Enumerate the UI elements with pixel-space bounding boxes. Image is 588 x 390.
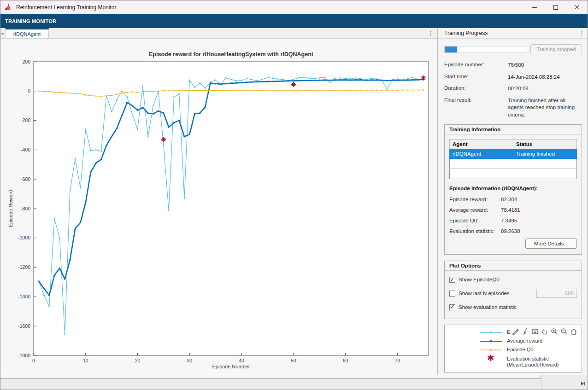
matlab-logo-icon xyxy=(5,4,12,11)
episode-reward-value: 82.304 xyxy=(501,197,577,202)
training-stopped-button[interactable]: Training stopped xyxy=(530,44,582,54)
duration-value: 00:20:08 xyxy=(508,85,582,93)
start-time-label: Start time: xyxy=(444,74,508,81)
option-show-episodeq0: Show EpisodeQ0 xyxy=(449,273,577,286)
svg-text:60: 60 xyxy=(343,358,348,363)
show-evaluation-checkbox[interactable] xyxy=(449,304,455,310)
svg-text:-200: -200 xyxy=(21,117,30,123)
svg-text:50: 50 xyxy=(291,358,296,363)
document-tab-strip: rlDQNAgent ⋮ xyxy=(0,28,437,39)
show-last-n-label: Show last N episodes xyxy=(459,291,510,296)
episode-q0-label: Episode Q0: xyxy=(449,218,501,223)
window-title: Reinforcement Learning Training Monitor xyxy=(16,4,116,11)
agents-table: Agent Status rlDQNAgent Training finishe… xyxy=(449,139,577,179)
episode-q0-value: 7.3495 xyxy=(501,218,577,223)
svg-text:-600: -600 xyxy=(21,176,30,182)
svg-text:-1000: -1000 xyxy=(18,235,30,240)
more-details-button[interactable]: More Details... xyxy=(525,239,577,249)
duration-label: Duration: xyxy=(444,85,508,93)
episode-number-value: 75/500 xyxy=(508,62,582,69)
minimize-icon xyxy=(532,7,537,8)
episode-reward-label: Episode reward: xyxy=(449,197,501,202)
svg-text:30: 30 xyxy=(187,358,192,363)
pan-icon[interactable] xyxy=(541,327,549,336)
agent-cell: rlDQNAgent xyxy=(450,149,513,159)
svg-text:40: 40 xyxy=(239,358,244,363)
tab-label: rlDQNAgent xyxy=(13,31,41,37)
svg-text:-1200: -1200 xyxy=(18,264,30,270)
statusbar-divider xyxy=(541,375,541,390)
episode-information-title: Episode Information (rlDQNAgent): xyxy=(449,186,577,191)
asterisk-marker-icon: ✱ xyxy=(479,356,503,361)
chart-canvas[interactable]: Episode reward for rlHouseHeatingSystem … xyxy=(0,39,437,375)
plot-options-title: Plot Options xyxy=(445,261,582,271)
status-bar xyxy=(0,375,588,390)
average-reward-value: 78.4181 xyxy=(501,207,577,213)
training-information-group: Training Information Agent Status xyxy=(444,124,582,255)
average-reward-label: Average reward: xyxy=(449,207,501,213)
minimize-button[interactable] xyxy=(524,0,545,14)
option-show-last-n: Show last N episodes xyxy=(449,286,577,300)
svg-text:-1400: -1400 xyxy=(18,294,30,299)
panel-menu-icon[interactable]: ⋮ xyxy=(579,28,585,39)
table-row-empty xyxy=(450,169,577,179)
training-progress-panel: Training Progress ⋮ Training stopped Epi… xyxy=(437,28,588,375)
datatips-icon[interactable] xyxy=(531,327,539,336)
app-window: Reinforcement Learning Training Monitor … xyxy=(0,0,588,390)
table-row-rldqnagent[interactable]: rlDQNAgent Training finished xyxy=(450,149,577,159)
show-last-n-checkbox[interactable] xyxy=(449,291,455,297)
show-episodeq0-checkbox[interactable] xyxy=(449,277,455,283)
svg-text:-800: -800 xyxy=(21,206,30,211)
zoom-in-icon[interactable] xyxy=(550,327,559,336)
status-cell: Training finished xyxy=(513,149,577,159)
svg-text:0: 0 xyxy=(28,88,30,93)
axes-toolbar xyxy=(511,327,579,336)
panel-header: Training Progress ⋮ xyxy=(438,28,588,39)
tabstrip-menu-icon[interactable]: ⋮ xyxy=(428,28,434,39)
horizontal-scrollbar[interactable] xyxy=(0,375,541,379)
svg-text:Episode reward for rlHouseHeat: Episode reward for rlHouseHeatingSystem … xyxy=(149,51,314,58)
maximize-icon xyxy=(553,5,558,10)
agents-table-header-status: Status xyxy=(513,140,577,149)
drag-grip-icon[interactable] xyxy=(0,28,6,38)
legend-label-episode-q0: Episode Q0 xyxy=(507,347,533,353)
legend-label-evaluation-statistic: Evaluation statistic (MeanEpisodeReward) xyxy=(507,356,559,368)
last-n-episodes-input[interactable] xyxy=(536,289,577,298)
episode-number-label: Episode number: xyxy=(444,62,508,69)
toolstrip: TRAINING MONITOR xyxy=(0,14,588,28)
maximize-button[interactable] xyxy=(545,0,566,14)
svg-text:-1800: -1800 xyxy=(18,353,30,358)
evaluation-statistic-label: Evaluation statistic: xyxy=(449,228,501,234)
document-area: rlDQNAgent ⋮ Episode reward for rlHouseH… xyxy=(0,28,437,375)
toolstrip-tab-training-monitor[interactable]: TRAINING MONITOR xyxy=(5,18,56,24)
legend-line-episode-q0 xyxy=(479,347,503,353)
svg-text:Episode Number: Episode Number xyxy=(212,364,250,369)
final-result-label: Final result: xyxy=(444,97,508,119)
panel-title: Training Progress xyxy=(444,30,488,36)
zoom-out-icon[interactable] xyxy=(560,327,568,336)
legend-entry-average-reward: Average reward xyxy=(479,337,582,345)
svg-text:0: 0 xyxy=(32,358,35,363)
progress-bar-fill xyxy=(445,47,457,52)
close-icon xyxy=(574,5,580,10)
brush-icon[interactable] xyxy=(521,327,529,336)
reward-chart: Episode reward for rlHouseHeatingSystem … xyxy=(0,39,437,375)
home-icon[interactable] xyxy=(570,327,578,336)
svg-text:20: 20 xyxy=(135,358,141,363)
panel-expand-icon[interactable] xyxy=(580,381,586,386)
show-episodeq0-label: Show EpisodeQ0 xyxy=(459,277,500,282)
training-information-title: Training Information xyxy=(445,125,582,134)
svg-text:200: 200 xyxy=(22,59,30,64)
legend-line-episode-reward xyxy=(479,330,503,335)
export-icon[interactable] xyxy=(512,327,520,336)
plot-options-group: Plot Options Show EpisodeQ0 Show last N … xyxy=(444,261,582,319)
legend-label-average-reward: Average reward xyxy=(507,338,542,344)
agents-table-header-agent: Agent xyxy=(450,140,513,149)
show-evaluation-label: Show evaluation statistic xyxy=(459,304,517,310)
option-show-evaluation: Show evaluation statistic xyxy=(449,300,577,314)
title-bar: Reinforcement Learning Training Monitor xyxy=(0,0,588,14)
tab-rldqnagent[interactable]: rlDQNAgent xyxy=(6,28,49,38)
close-button[interactable] xyxy=(566,0,588,14)
svg-text:Episode Reward: Episode Reward xyxy=(8,190,13,227)
svg-text:-1600: -1600 xyxy=(18,323,30,329)
